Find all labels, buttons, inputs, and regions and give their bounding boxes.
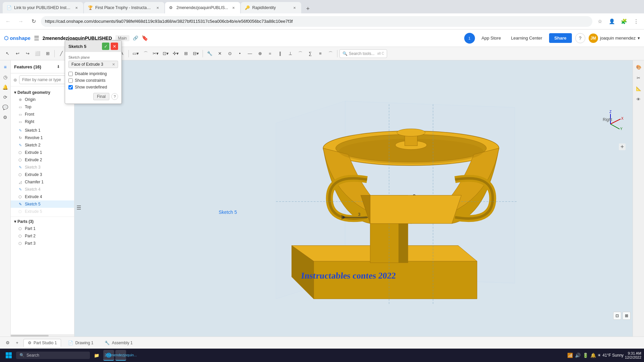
toolbar-dimension-btn[interactable]: 🔧 bbox=[205, 49, 214, 59]
feature-item-extrude3[interactable]: ⬡ Extrude 3 bbox=[11, 171, 74, 178]
toolbar-undo-btn[interactable]: ↩ bbox=[13, 49, 22, 59]
toolbar-measure-btn[interactable]: ✕ bbox=[215, 49, 224, 59]
feature-item-part3[interactable]: ⬡ Part 3 bbox=[11, 240, 74, 247]
bottom-tab-assembly[interactable]: 🔧 Assembly 1 bbox=[100, 339, 137, 347]
sketch-disable-imprinting-checkbox[interactable] bbox=[68, 72, 73, 76]
sketch-plane-clear-icon[interactable]: ✕ bbox=[112, 62, 115, 67]
toolbar-mirror-btn[interactable]: ⊟▾ bbox=[191, 49, 201, 59]
notification-button[interactable]: 1 bbox=[464, 33, 475, 44]
bottom-add-tab[interactable]: + bbox=[13, 339, 21, 347]
toolbar-perp-btn[interactable]: ⊥ bbox=[285, 49, 295, 59]
back-button[interactable]: ← bbox=[3, 16, 13, 27]
right-icon-hide[interactable]: 👁 bbox=[635, 95, 643, 103]
toolbar-pattern-btn[interactable]: ⊞ bbox=[181, 49, 191, 59]
feature-item-top[interactable]: ▭ Top bbox=[11, 103, 74, 111]
feature-item-extrude2[interactable]: ⬡ Extrude 2 bbox=[11, 156, 74, 164]
zoom-in-button[interactable]: + bbox=[619, 143, 626, 150]
toolbar-eq-btn[interactable]: = bbox=[265, 49, 275, 59]
right-icon-measure[interactable]: 📐 bbox=[635, 84, 643, 93]
reload-button[interactable]: ↻ bbox=[28, 16, 39, 27]
profile-button[interactable]: 👤 bbox=[606, 16, 617, 27]
feature-item-sketch2[interactable]: ✎ Sketch 2 bbox=[11, 141, 74, 149]
bottom-tab-drawing[interactable]: 📄 Drawing 1 bbox=[64, 339, 98, 347]
browser-menu-button[interactable]: ⋮ bbox=[631, 16, 641, 27]
toolbar-construct-btn[interactable]: ⊕ bbox=[255, 49, 265, 59]
hamburger-menu[interactable]: ☰ bbox=[34, 35, 39, 42]
tab-4[interactable]: 🔑 RapidIdentity ✕ bbox=[241, 2, 301, 13]
extensions-button[interactable]: 🧩 bbox=[619, 16, 629, 27]
bottom-left-icon-1[interactable]: ⚙ bbox=[4, 339, 11, 347]
toolbar-transform-btn[interactable]: ✣▾ bbox=[171, 49, 180, 59]
feature-item-extrude1[interactable]: ⬡ Extrude 1 bbox=[11, 149, 74, 156]
user-avatar[interactable]: JM joaquin menendez ▾ bbox=[589, 34, 640, 43]
feature-item-sketch4[interactable]: ✎ Sketch 4 bbox=[11, 186, 74, 193]
bookmark-app-icon[interactable]: 🔖 bbox=[142, 35, 148, 41]
toolbar-tangent-btn[interactable]: ⌒ bbox=[296, 49, 305, 59]
help-button[interactable]: ? bbox=[575, 33, 585, 43]
feature-item-revolve1[interactable]: ↻ Revolve 1 bbox=[11, 134, 74, 141]
link-icon[interactable]: 🔗 bbox=[133, 36, 138, 41]
feature-item-extrude4[interactable]: ⬡ Extrude 4 bbox=[11, 193, 74, 200]
tab-1-close[interactable]: ✕ bbox=[74, 5, 79, 10]
bookmark-button[interactable]: ☆ bbox=[594, 16, 605, 27]
toolbar-copy-btn[interactable]: ⬜ bbox=[33, 49, 42, 59]
address-bar[interactable]: https://cad.onshape.com/documents/9a0798… bbox=[41, 16, 592, 27]
left-icon-features[interactable]: ≡ bbox=[1, 63, 9, 71]
taskbar-file-explorer[interactable]: 📁 bbox=[91, 350, 102, 361]
bottom-tab-partstudio[interactable]: ⚙ Part Studio 1 bbox=[23, 339, 61, 347]
toolbar-select-btn[interactable]: ↖ bbox=[3, 49, 12, 59]
volume-icon[interactable]: 🔊 bbox=[575, 353, 581, 358]
tab-2-close[interactable]: ✕ bbox=[155, 5, 160, 10]
toolbar-extra-btn[interactable]: ≡ bbox=[316, 49, 325, 59]
tab-4-close[interactable]: ✕ bbox=[292, 5, 297, 10]
share-button[interactable]: Share bbox=[549, 33, 572, 43]
search-tools[interactable]: 🔍 Search tools... alt C bbox=[339, 49, 387, 58]
feature-item-extrude5[interactable]: ⬡ Extrude 5 bbox=[11, 208, 74, 215]
toolbar-origin-btn[interactable]: ⊙ bbox=[225, 49, 234, 59]
learning-center-button[interactable]: Learning Center bbox=[507, 34, 545, 43]
weather-widget[interactable]: ☀ 41°F Sunny bbox=[597, 353, 624, 358]
toolbar-line2-btn[interactable]: — bbox=[245, 49, 255, 59]
left-icon-comments[interactable]: 💬 bbox=[1, 103, 9, 111]
toolbar-offset-btn[interactable]: ⊡▾ bbox=[161, 49, 170, 59]
forward-button[interactable]: → bbox=[15, 16, 26, 27]
feature-item-part1[interactable]: ⬡ Part 1 bbox=[11, 225, 74, 232]
feature-filter-btn[interactable]: ⬇ bbox=[55, 63, 62, 70]
sketch-show-overdefined-checkbox[interactable] bbox=[68, 85, 73, 89]
sketch-show-constraints-checkbox[interactable] bbox=[68, 78, 73, 83]
start-button[interactable] bbox=[3, 349, 15, 361]
notification-sys-icon[interactable]: 🔔 bbox=[590, 353, 596, 358]
toolbar-redo-btn[interactable]: ↪ bbox=[23, 49, 32, 59]
tab-3-close[interactable]: ✕ bbox=[231, 5, 236, 10]
left-icon-versions[interactable]: ⟳ bbox=[1, 93, 9, 101]
toolbar-arc2-btn[interactable]: ⌒ bbox=[326, 49, 335, 59]
toolbar-sum-btn[interactable]: ∑ bbox=[306, 49, 315, 59]
fit-view-button[interactable]: ⊡ bbox=[613, 312, 621, 320]
feature-item-right[interactable]: ▭ Right bbox=[11, 118, 74, 125]
feature-item-sketch5[interactable]: ✎ Sketch 5 bbox=[11, 200, 74, 208]
app-store-button[interactable]: App Store bbox=[478, 34, 504, 43]
left-icon-notifications[interactable]: 🔔 bbox=[1, 83, 9, 91]
toolbar-grid-btn[interactable]: ⊞ bbox=[43, 49, 52, 59]
taskbar-search[interactable]: 🔍 Search bbox=[16, 352, 90, 359]
sketch-help-button[interactable]: ? bbox=[111, 93, 118, 100]
left-icon-history[interactable]: ◷ bbox=[1, 73, 9, 81]
battery-icon[interactable]: 🔋 bbox=[583, 353, 588, 358]
viewport[interactable]: Instructables contes 2022 bbox=[74, 60, 644, 337]
taskbar-time[interactable]: 9:31 AM 12/2/2022 bbox=[625, 351, 641, 359]
toolbar-point-btn[interactable]: • bbox=[235, 49, 245, 59]
feature-list-toggle[interactable]: ☰ bbox=[76, 204, 81, 211]
sketch-final-button[interactable]: Final bbox=[93, 93, 109, 100]
right-icon-section[interactable]: ✂ bbox=[635, 74, 643, 82]
toolbar-trim-btn[interactable]: ✂▾ bbox=[151, 49, 160, 59]
tab-3[interactable]: ⚙ 2menendezjoaquinPUBLIS... ✕ bbox=[165, 2, 240, 13]
network-icon[interactable]: 📶 bbox=[567, 353, 573, 358]
feature-item-sketch1[interactable]: ✎ Sketch 1 bbox=[11, 127, 74, 134]
tab-2[interactable]: 🏆 First Place Trophy - Instructables ✕ bbox=[84, 2, 164, 13]
feature-group-header-parts[interactable]: ▾ Parts (3) bbox=[11, 218, 74, 225]
toolbar-parallel-btn[interactable]: ‖ bbox=[275, 49, 285, 59]
taskbar-app-2[interactable]: 2menendezjoquin... bbox=[115, 350, 126, 361]
right-icon-render[interactable]: 🎨 bbox=[635, 63, 643, 71]
feature-item-part2[interactable]: ⬡ Part 2 bbox=[11, 232, 74, 240]
toolbar-slot-btn[interactable]: ▭▾ bbox=[131, 49, 140, 59]
